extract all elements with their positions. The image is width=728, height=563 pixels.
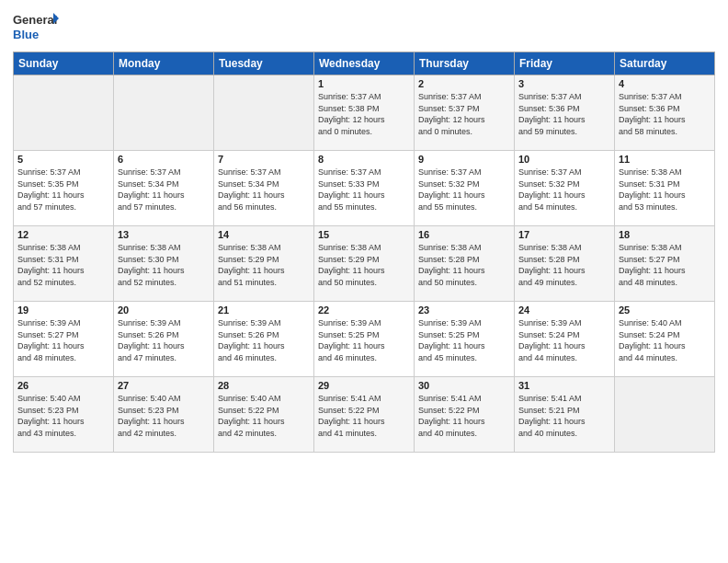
calendar-cell: 20Sunrise: 5:39 AM Sunset: 5:26 PM Dayli… [114,302,214,377]
calendar-cell: 16Sunrise: 5:38 AM Sunset: 5:28 PM Dayli… [415,226,515,302]
day-number: 4 [619,78,711,89]
day-info: Sunrise: 5:39 AM Sunset: 5:27 PM Dayligh… [17,317,109,363]
day-number: 28 [218,380,310,391]
day-number: 7 [218,154,310,165]
calendar-cell: 8Sunrise: 5:37 AM Sunset: 5:33 PM Daylig… [314,151,415,226]
page-header: General Blue [13,9,715,46]
day-header-thursday: Thursday [415,52,515,75]
day-number: 19 [17,304,109,316]
day-info: Sunrise: 5:37 AM Sunset: 5:34 PM Dayligh… [118,167,210,213]
calendar-cell: 21Sunrise: 5:39 AM Sunset: 5:26 PM Dayli… [214,302,314,377]
day-number: 22 [318,304,410,316]
day-number: 12 [17,229,109,240]
day-info: Sunrise: 5:38 AM Sunset: 5:28 PM Dayligh… [418,242,510,288]
calendar-cell: 26Sunrise: 5:40 AM Sunset: 5:23 PM Dayli… [14,377,114,453]
day-number: 14 [218,229,310,240]
day-info: Sunrise: 5:37 AM Sunset: 5:38 PM Dayligh… [318,91,410,137]
day-info: Sunrise: 5:39 AM Sunset: 5:26 PM Dayligh… [218,317,310,363]
day-number: 21 [218,304,310,316]
calendar-cell: 15Sunrise: 5:38 AM Sunset: 5:29 PM Dayli… [314,226,415,302]
day-info: Sunrise: 5:38 AM Sunset: 5:29 PM Dayligh… [318,242,410,288]
calendar-cell [14,75,114,151]
calendar-cell: 11Sunrise: 5:38 AM Sunset: 5:31 PM Dayli… [615,151,715,226]
day-header-saturday: Saturday [615,52,715,75]
day-header-monday: Monday [114,52,214,75]
day-info: Sunrise: 5:37 AM Sunset: 5:32 PM Dayligh… [518,167,610,213]
day-info: Sunrise: 5:40 AM Sunset: 5:24 PM Dayligh… [619,317,711,363]
calendar-cell: 29Sunrise: 5:41 AM Sunset: 5:22 PM Dayli… [314,377,415,453]
day-number: 29 [318,380,410,391]
day-number: 2 [418,78,510,89]
calendar-cell [114,75,214,151]
calendar-cell: 17Sunrise: 5:38 AM Sunset: 5:28 PM Dayli… [515,226,615,302]
day-number: 15 [318,229,410,240]
calendar-cell: 6Sunrise: 5:37 AM Sunset: 5:34 PM Daylig… [114,151,214,226]
svg-text:Blue: Blue [13,28,39,41]
calendar-cell: 10Sunrise: 5:37 AM Sunset: 5:32 PM Dayli… [515,151,615,226]
calendar-cell: 12Sunrise: 5:38 AM Sunset: 5:31 PM Dayli… [14,226,114,302]
day-info: Sunrise: 5:37 AM Sunset: 5:34 PM Dayligh… [218,167,310,213]
day-number: 25 [619,304,711,316]
day-number: 10 [518,154,610,165]
day-info: Sunrise: 5:39 AM Sunset: 5:24 PM Dayligh… [518,317,610,363]
day-number: 31 [518,380,610,391]
day-info: Sunrise: 5:38 AM Sunset: 5:31 PM Dayligh… [619,167,711,213]
day-number: 23 [418,304,510,316]
day-info: Sunrise: 5:38 AM Sunset: 5:27 PM Dayligh… [619,242,711,288]
day-number: 18 [619,229,711,240]
day-number: 24 [518,304,610,316]
day-info: Sunrise: 5:37 AM Sunset: 5:37 PM Dayligh… [418,91,510,137]
day-info: Sunrise: 5:37 AM Sunset: 5:33 PM Dayligh… [318,167,410,213]
day-info: Sunrise: 5:40 AM Sunset: 5:23 PM Dayligh… [17,393,109,439]
logo: General Blue [13,9,59,46]
calendar-week-row: 5Sunrise: 5:37 AM Sunset: 5:35 PM Daylig… [14,151,715,226]
calendar-cell: 23Sunrise: 5:39 AM Sunset: 5:25 PM Dayli… [415,302,515,377]
day-number: 8 [318,154,410,165]
day-info: Sunrise: 5:40 AM Sunset: 5:22 PM Dayligh… [218,393,310,439]
day-number: 27 [118,380,210,391]
svg-text:General: General [13,13,57,27]
day-header-friday: Friday [515,52,615,75]
calendar-cell: 9Sunrise: 5:37 AM Sunset: 5:32 PM Daylig… [415,151,515,226]
day-info: Sunrise: 5:41 AM Sunset: 5:22 PM Dayligh… [318,393,410,439]
calendar-cell: 19Sunrise: 5:39 AM Sunset: 5:27 PM Dayli… [14,302,114,377]
day-number: 16 [418,229,510,240]
day-info: Sunrise: 5:37 AM Sunset: 5:35 PM Dayligh… [17,167,109,213]
calendar-cell: 28Sunrise: 5:40 AM Sunset: 5:22 PM Dayli… [214,377,314,453]
day-info: Sunrise: 5:41 AM Sunset: 5:21 PM Dayligh… [518,393,610,439]
calendar-cell: 27Sunrise: 5:40 AM Sunset: 5:23 PM Dayli… [114,377,214,453]
calendar-cell: 31Sunrise: 5:41 AM Sunset: 5:21 PM Dayli… [515,377,615,453]
day-info: Sunrise: 5:37 AM Sunset: 5:36 PM Dayligh… [518,91,610,137]
calendar-cell: 30Sunrise: 5:41 AM Sunset: 5:22 PM Dayli… [415,377,515,453]
day-number: 17 [518,229,610,240]
calendar-cell: 7Sunrise: 5:37 AM Sunset: 5:34 PM Daylig… [214,151,314,226]
day-header-tuesday: Tuesday [214,52,314,75]
calendar-week-row: 26Sunrise: 5:40 AM Sunset: 5:23 PM Dayli… [14,377,715,453]
day-info: Sunrise: 5:37 AM Sunset: 5:36 PM Dayligh… [619,91,711,137]
calendar-header-row: SundayMondayTuesdayWednesdayThursdayFrid… [14,52,715,75]
calendar-cell: 2Sunrise: 5:37 AM Sunset: 5:37 PM Daylig… [415,75,515,151]
calendar-cell: 13Sunrise: 5:38 AM Sunset: 5:30 PM Dayli… [114,226,214,302]
day-info: Sunrise: 5:38 AM Sunset: 5:28 PM Dayligh… [518,242,610,288]
day-number: 1 [318,78,410,89]
calendar-cell: 25Sunrise: 5:40 AM Sunset: 5:24 PM Dayli… [615,302,715,377]
day-info: Sunrise: 5:38 AM Sunset: 5:31 PM Dayligh… [17,242,109,288]
day-number: 13 [118,229,210,240]
day-info: Sunrise: 5:39 AM Sunset: 5:25 PM Dayligh… [418,317,510,363]
calendar-week-row: 19Sunrise: 5:39 AM Sunset: 5:27 PM Dayli… [14,302,715,377]
day-info: Sunrise: 5:41 AM Sunset: 5:22 PM Dayligh… [418,393,510,439]
calendar-cell [615,377,715,453]
day-header-wednesday: Wednesday [314,52,415,75]
day-number: 6 [118,154,210,165]
calendar-week-row: 12Sunrise: 5:38 AM Sunset: 5:31 PM Dayli… [14,226,715,302]
calendar-cell: 4Sunrise: 5:37 AM Sunset: 5:36 PM Daylig… [615,75,715,151]
calendar-table: SundayMondayTuesdayWednesdayThursdayFrid… [13,52,715,453]
day-info: Sunrise: 5:39 AM Sunset: 5:26 PM Dayligh… [118,317,210,363]
calendar-cell: 5Sunrise: 5:37 AM Sunset: 5:35 PM Daylig… [14,151,114,226]
day-number: 30 [418,380,510,391]
day-info: Sunrise: 5:39 AM Sunset: 5:25 PM Dayligh… [318,317,410,363]
day-number: 20 [118,304,210,316]
calendar-cell: 1Sunrise: 5:37 AM Sunset: 5:38 PM Daylig… [314,75,415,151]
day-number: 26 [17,380,109,391]
day-number: 11 [619,154,711,165]
